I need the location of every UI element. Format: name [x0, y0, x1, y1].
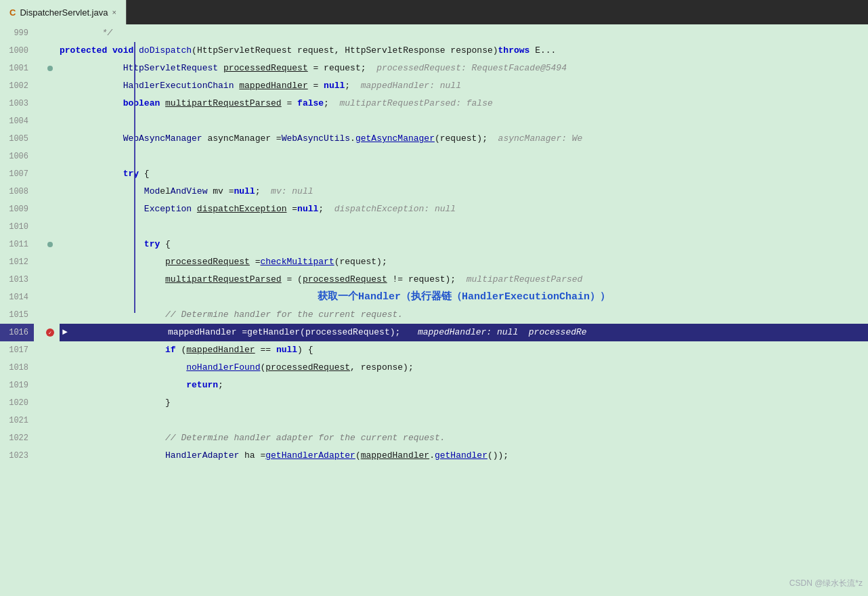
kw-void: void [112, 42, 133, 60]
line-num-1021: 1021 [0, 412, 34, 429]
args-1023a: ( [355, 447, 361, 465]
code-line-1002: HandlerExecutionChain mappedHandler = nu… [60, 77, 868, 95]
var-processedRequest-1018: processedRequest [265, 359, 350, 377]
var-mappedHandler-1023: mappedHandler [361, 447, 429, 465]
brace-1017: ) { [297, 341, 313, 359]
line-num-1016: 1016 [0, 324, 34, 341]
type-ModelAndView: Mod [144, 183, 160, 200]
gutter-1022 [41, 429, 60, 447]
space-1023a: ha = [239, 447, 265, 465]
code-line-1017: if ( mappedHandler == null ) { [60, 341, 868, 359]
line-num-1007: 1007 [0, 165, 34, 183]
line-num-1011: 1011 [0, 236, 34, 253]
code-line-1021 [60, 412, 868, 429]
editor-tab[interactable]: C DispatcherServlet.java × [0, 0, 127, 24]
var-multipartRequestParsed: multipartRequestParsed [165, 95, 282, 112]
tab-close-button[interactable]: × [112, 8, 116, 16]
line-num-1004: 1004 [0, 112, 34, 130]
indent-1020 [60, 394, 165, 412]
indent-1001 [60, 60, 123, 77]
code-line-1022: // Determine handler adapter for the cur… [60, 429, 868, 447]
var-processedRequest-1013b: processedRequest [303, 271, 387, 289]
breakpoint-1016[interactable]: ✓ [46, 328, 54, 337]
semi-1003: ; [324, 95, 339, 112]
method-getAsyncManager: getAsyncManager [355, 130, 435, 148]
line-num-1009: 1009 [0, 200, 34, 218]
kw-false: false [297, 95, 324, 112]
type-HandlerExecutionChain: HandlerExecutionChain [123, 77, 234, 95]
line-num-1020: 1020 [0, 394, 34, 412]
tab-filename: DispatcherServlet.java [20, 7, 108, 18]
space-1003a [160, 95, 165, 112]
gutter-1001 [41, 60, 60, 77]
indent-1002 [60, 77, 123, 95]
line-num-1010: 1010 [0, 218, 34, 236]
code-content: */ protected void doDispatch (HttpServle… [60, 24, 868, 596]
indent-1007 [60, 165, 123, 183]
gutter-1017 [41, 341, 60, 359]
plain-space [107, 42, 112, 60]
code-line-1014: 获取一个Handler（执行器链（HandlerExecutionChain）） [60, 289, 868, 306]
gutter-1000 [41, 42, 60, 60]
method-getHandler-1016: getHandler [247, 324, 300, 341]
gutter-1019 [41, 377, 60, 394]
gutter-1015 [41, 306, 60, 324]
indent-1008 [60, 183, 144, 200]
gutter-1020 [41, 394, 60, 412]
hint-1005: asyncManager: We [498, 130, 583, 148]
end-1016: ); [390, 324, 411, 341]
method-doDispatch: doDispatch [139, 42, 192, 60]
code-line-1012: processedRequest = checkMultipart (reque… [60, 253, 868, 271]
assign-1001: = request; [308, 60, 376, 77]
plain-space2 [133, 42, 139, 60]
kw-boolean: boolean [123, 95, 160, 112]
gutter-1009 [41, 200, 60, 218]
space-1001a [218, 60, 223, 77]
space-1008a: mv = [207, 183, 234, 200]
var-mappedHandler-1017: mappedHandler [186, 341, 255, 359]
indent-1005 [60, 130, 123, 148]
plain-e: E... [529, 42, 556, 60]
method-checkMultipart: checkMultipart [260, 253, 334, 271]
indent-1015 [60, 306, 165, 324]
gutter-1005 [41, 130, 60, 148]
var-processedRequest-1016: processedRequest [305, 324, 390, 341]
brace-1007: { [139, 165, 150, 183]
code-line-1001: HttpServletRequest processedRequest = re… [60, 60, 868, 77]
line-num-1017: 1017 [0, 341, 34, 359]
dot-1005: . [350, 130, 355, 148]
indent-1003 [60, 95, 123, 112]
var-dispatchException: dispatchException [197, 200, 287, 218]
assign-1013: = ( [282, 271, 303, 289]
type-HandlerAdapter: HandlerAdapter [165, 447, 239, 465]
assign-1009: = [286, 200, 297, 218]
code-line-1006 [60, 148, 868, 165]
semi-1002: ; [345, 77, 360, 95]
kw-null-1002: null [324, 77, 345, 95]
gutter-1012 [41, 253, 60, 271]
indent-1013 [60, 271, 165, 289]
hint-1009: dispatchException: null [334, 200, 456, 218]
gutter-1014 [41, 289, 60, 306]
end-1023: ()); [487, 447, 508, 465]
comment-1022: // Determine handler adapter for the cur… [165, 429, 445, 447]
line-num-1022: 1022 [0, 429, 34, 447]
indent-1016 [68, 324, 168, 341]
type-Exception: Exception [144, 200, 192, 218]
debug-cursor: ► [62, 324, 68, 341]
hint-1016: mappedHandler: null processedRe [418, 324, 587, 341]
gutter-1007 [41, 165, 60, 183]
kw-null-1008: null [234, 183, 255, 200]
gutter-1023 [41, 447, 60, 465]
kw-return-1019: return [186, 377, 218, 394]
line-num-1006: 1006 [0, 148, 34, 165]
hint-1003: multipartRequestParsed: false [340, 95, 493, 112]
code-line-999: */ [60, 24, 868, 42]
kw-null-1017: null [276, 341, 297, 359]
line-num-1005: 1005 [0, 130, 34, 148]
hint-1002: mappedHandler: null [361, 77, 461, 95]
code-line-1011: try { [60, 236, 868, 253]
code-text-999: */ [60, 24, 112, 42]
indent-1023 [60, 447, 165, 465]
hint-1008: mv: null [271, 183, 313, 200]
